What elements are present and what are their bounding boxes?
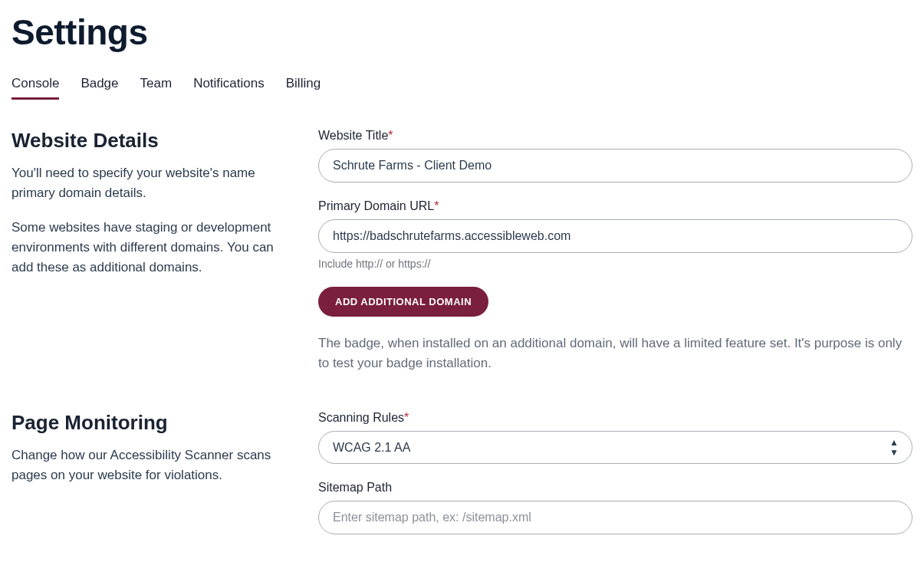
website-title-label: Website Title* [318,129,912,143]
primary-domain-hint: Include http:// or https:// [318,258,912,270]
website-details-title: Website Details [12,129,288,153]
tab-badge[interactable]: Badge [81,76,118,100]
tabs-nav: Console Badge Team Notifications Billing [12,76,912,100]
badge-info-text: The badge, when installed on an addition… [318,334,912,374]
website-details-desc1: You'll need to specify your website's na… [12,163,288,204]
tab-console[interactable]: Console [12,76,59,100]
primary-domain-input[interactable] [318,219,912,253]
sitemap-path-input[interactable] [318,501,912,534]
scanning-rules-label: Scanning Rules* [318,411,912,425]
page-monitoring-section: Page Monitoring Change how our Accessibi… [12,411,912,551]
page-title: Settings [12,12,912,53]
scanning-rules-select[interactable]: WCAG 2.1 AA [318,431,912,464]
add-additional-domain-button[interactable]: Add Additional Domain [318,287,488,317]
tab-notifications[interactable]: Notifications [193,76,265,100]
page-monitoring-desc: Change how our Accessibility Scanner sca… [12,445,288,486]
sitemap-path-label: Sitemap Path [318,481,912,495]
page-monitoring-title: Page Monitoring [12,411,288,435]
website-details-desc2: Some websites have staging or developmen… [12,218,288,278]
primary-domain-label: Primary Domain URL* [318,199,912,213]
website-details-section: Website Details You'll need to specify y… [12,129,912,374]
tab-billing[interactable]: Billing [286,76,321,100]
website-title-input[interactable] [318,149,912,182]
tab-team[interactable]: Team [140,76,173,100]
